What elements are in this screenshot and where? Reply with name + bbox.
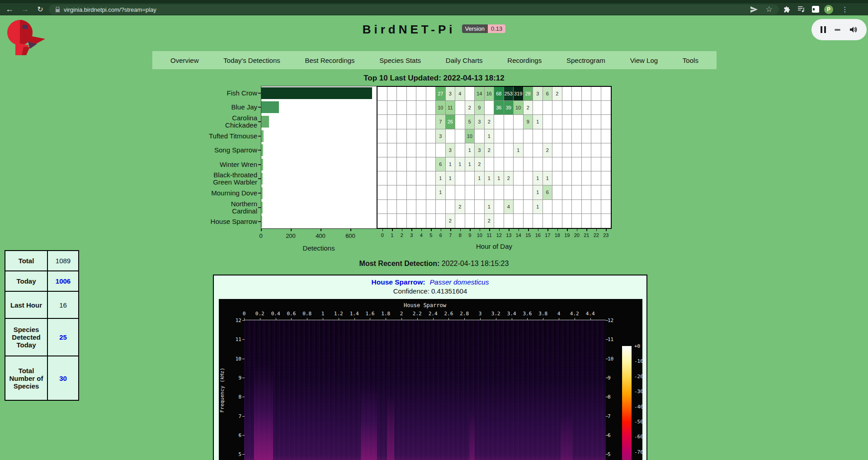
- audio-player: [811, 19, 867, 40]
- heatmap-cell: [582, 171, 592, 185]
- hour-axis-tick-label: 11: [485, 232, 495, 238]
- heatmap-cell: [387, 171, 397, 185]
- spectrogram-freq-tick: [606, 416, 608, 417]
- heatmap-cell: [591, 171, 601, 185]
- heatmap-cell: [436, 143, 446, 157]
- nav-item-overview[interactable]: Overview: [170, 57, 199, 64]
- heatmap-cell: [475, 129, 485, 143]
- heatmap-cell: [387, 129, 397, 143]
- heatmap-cell: [455, 214, 465, 228]
- back-icon[interactable]: ←: [4, 3, 15, 15]
- heatmap-cell: [436, 200, 446, 214]
- heatmap-cell: 9: [475, 101, 485, 115]
- stats-label: Total Number of Species: [5, 356, 47, 400]
- spectrogram-freq-tick: [606, 320, 608, 321]
- heatmap-cell: 6: [543, 185, 553, 199]
- hour-axis-tick-label: 18: [552, 232, 562, 238]
- heatmap-cell: [524, 129, 533, 143]
- nav-item-best-recordings[interactable]: Best Recordings: [305, 57, 355, 64]
- nav-item-species-stats[interactable]: Species Stats: [379, 57, 421, 64]
- heatmap-cell: [562, 185, 572, 199]
- stats-value-today[interactable]: 1006: [47, 271, 79, 291]
- detections-bar: [261, 87, 372, 99]
- hour-axis-tick-label: 9: [465, 232, 475, 238]
- heatmap-cell: [377, 185, 387, 199]
- heatmap-cell: [552, 143, 562, 157]
- heatmap-cell: [426, 200, 436, 214]
- spectrogram-time-tick: [512, 318, 512, 320]
- forward-icon[interactable]: →: [19, 3, 31, 15]
- heatmap-cell: [377, 171, 387, 185]
- hour-axis-tick: [567, 229, 568, 231]
- species-link[interactable]: House Sparrow:Passer domesticus: [214, 278, 646, 286]
- menu-kebab-icon[interactable]: ⋮: [839, 3, 851, 15]
- heatmap-cell: [397, 87, 407, 101]
- heatmap-cell: 1: [533, 115, 543, 129]
- heatmap-cell: 68: [494, 87, 504, 101]
- heatmap-cell: [562, 115, 572, 129]
- heatmap-cell: [552, 101, 562, 115]
- nav-item-tools[interactable]: Tools: [683, 57, 698, 64]
- spectrogram-freq-tick: [606, 359, 608, 359]
- heatmap-cell: 10: [514, 101, 524, 115]
- heatmap-cell: [572, 214, 582, 228]
- hour-axis-tick-label: 23: [601, 232, 611, 238]
- heatmap-cell: [475, 214, 485, 228]
- confidence-value: 0.41351604: [431, 287, 467, 295]
- url-text: virginia.birdnetpi.com/?stream=play: [64, 6, 156, 13]
- heatmap-cell: [601, 214, 611, 228]
- volume-icon[interactable]: [849, 26, 858, 33]
- nav-item-view-log[interactable]: View Log: [630, 57, 658, 64]
- hour-axis-tick-label: 7: [446, 232, 456, 238]
- heatmap-cell: 4: [455, 87, 465, 101]
- url-bar[interactable]: virginia.birdnetpi.com/?stream=play: [49, 5, 779, 14]
- heatmap-cell: 3: [475, 115, 485, 129]
- stats-value-total-number-of-species[interactable]: 30: [47, 356, 79, 400]
- heatmap-cell: 3: [446, 143, 456, 157]
- heatmap-cell: 1: [533, 185, 543, 199]
- nav-item-today-s-detections[interactable]: Today's Detections: [223, 57, 280, 64]
- send-icon[interactable]: [748, 3, 760, 15]
- heatmap-cell: [591, 200, 601, 214]
- heatmap-cell: [407, 143, 417, 157]
- heatmap-cell: [572, 115, 582, 129]
- nav-item-recordings[interactable]: Recordings: [507, 57, 542, 64]
- spectrogram-freq-tick-label-right: 11: [608, 337, 626, 342]
- nav-item-daily-charts[interactable]: Daily Charts: [446, 57, 483, 64]
- heatmap-cell: [377, 129, 387, 143]
- heatmap-cell: [494, 143, 504, 157]
- stats-value-species-detected-today[interactable]: 25: [47, 318, 79, 356]
- heatmap-cell: [562, 101, 572, 115]
- side-panel-icon[interactable]: [810, 3, 821, 15]
- heatmap-cell: [416, 87, 426, 101]
- bookmark-star-icon[interactable]: ☆: [763, 3, 775, 15]
- heatmap-cell: [426, 115, 436, 129]
- most-recent-detection: Most Recent Detection: 2022-04-13 18:15:…: [0, 260, 868, 268]
- reload-icon[interactable]: ↻: [34, 3, 46, 15]
- playlist-music-icon[interactable]: [795, 3, 807, 15]
- species-label: Black-throated Green Warbler: [204, 172, 257, 186]
- nav-item-spectrogram[interactable]: Spectrogram: [566, 57, 605, 64]
- spectrogram-time-tick: [401, 318, 402, 320]
- pause-button[interactable]: [821, 26, 826, 33]
- profile-avatar[interactable]: P: [823, 3, 835, 15]
- species-label: Tufted Titmouse: [204, 129, 257, 143]
- hour-axis-tick-label: 22: [591, 232, 601, 238]
- spectrogram-time-tick: [496, 318, 496, 320]
- species-label: Carolina Chickadee: [204, 114, 257, 129]
- spectrogram-time-tick: [276, 318, 276, 320]
- heatmap-cell: [504, 185, 514, 199]
- heatmap-cell: [601, 115, 611, 129]
- heatmap-cell: [397, 185, 407, 199]
- species-ytick: [258, 193, 261, 194]
- detections-bar: [261, 216, 262, 228]
- seek-dash[interactable]: [835, 29, 840, 31]
- heatmap-cell: [524, 157, 533, 171]
- extensions-puzzle-icon[interactable]: [781, 3, 793, 15]
- heatmap-cell: 3: [446, 87, 456, 101]
- heatmap-cell: [591, 185, 601, 199]
- confidence-label: Confidence:: [393, 287, 429, 295]
- heatmap-cell: 1: [436, 171, 446, 185]
- spectrogram-time-tick: [339, 318, 339, 320]
- top10-chart: 2734141668253319283621011293639102726532…: [0, 86, 868, 258]
